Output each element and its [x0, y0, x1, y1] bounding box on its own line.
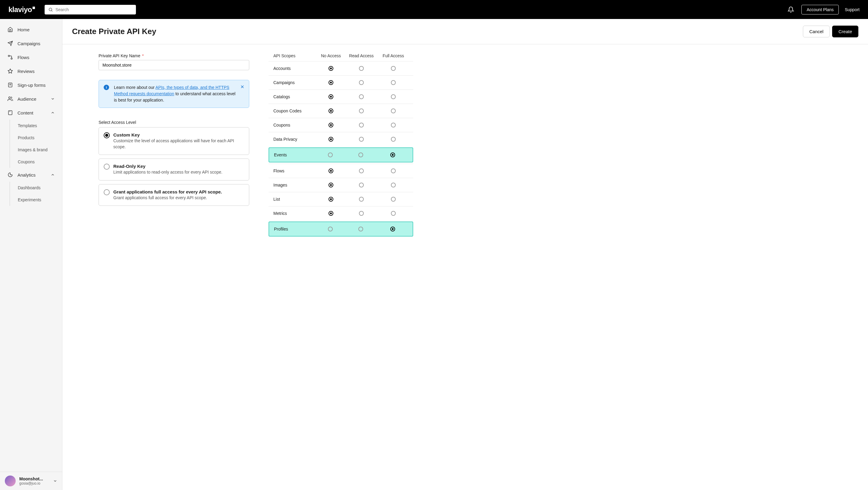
notifications-button[interactable] [786, 5, 795, 14]
scope-radio-read[interactable] [359, 109, 364, 113]
sidebar-subitem-experiments[interactable]: Experiments [10, 194, 62, 206]
scopes-column: API Scopes No Access Read Access Full Ac… [269, 53, 413, 481]
scope-radio-no[interactable] [328, 152, 333, 157]
scopes-header: API Scopes No Access Read Access Full Ac… [269, 53, 413, 61]
analytics-subgroup: Dashboards Experiments [10, 182, 62, 206]
scope-radio-full[interactable] [391, 66, 396, 71]
search-input[interactable] [56, 7, 132, 12]
col-no-access: No Access [317, 53, 344, 58]
sidebar-account[interactable]: Moonshot... gosia@juo.io [0, 471, 62, 490]
scope-radio-full[interactable] [391, 137, 396, 142]
scope-radio-read[interactable] [359, 80, 364, 85]
info-box: i Learn more about our APIs, the types o… [98, 80, 249, 108]
api-key-name-label: Private API Key Name * [98, 53, 249, 58]
support-link[interactable]: Support [845, 7, 860, 12]
page-header: Create Private API Key Cancel Create [62, 19, 868, 44]
sidebar-item-label: Flows [18, 55, 29, 60]
scope-radio-full[interactable] [391, 197, 396, 202]
sidebar-item-analytics[interactable]: Analytics [0, 168, 62, 182]
scope-radio-no[interactable] [329, 109, 333, 113]
scope-radio-no[interactable] [329, 94, 333, 99]
scope-radio-no[interactable] [329, 80, 333, 85]
scope-radio-read[interactable] [359, 123, 364, 127]
access-option-readonly[interactable]: Read-Only Key Limit applications to read… [98, 158, 249, 181]
sidebar-subitem-images-brand[interactable]: Images & brand [10, 144, 62, 156]
sidebar-item-campaigns[interactable]: Campaigns [0, 36, 62, 50]
sidebar-item-forms[interactable]: Sign-up forms [0, 78, 62, 92]
sidebar-item-reviews[interactable]: Reviews [0, 64, 62, 78]
sidebar-item-home[interactable]: Home [0, 23, 62, 36]
scope-radio-no[interactable] [329, 169, 333, 173]
access-option-custom[interactable]: Custom Key Customize the level of access… [98, 127, 249, 155]
sidebar-subitem-dashboards[interactable]: Dashboards [10, 182, 62, 194]
scope-radio-no[interactable] [329, 183, 333, 187]
scope-radio-no[interactable] [329, 137, 333, 142]
col-read-access: Read Access [344, 53, 378, 58]
svg-rect-11 [8, 111, 12, 115]
scope-name: Images [273, 183, 317, 187]
scope-row: Events [269, 147, 413, 162]
scope-radio-no[interactable] [329, 66, 333, 71]
svg-marker-6 [8, 69, 13, 73]
sidebar-subitem-coupons[interactable]: Coupons [10, 156, 62, 168]
scope-radio-full[interactable] [391, 169, 396, 173]
sidebar-item-content[interactable]: Content [0, 106, 62, 120]
scope-radio-read[interactable] [359, 94, 364, 99]
api-key-name-input[interactable] [98, 60, 249, 70]
sidebar-subitem-products[interactable]: Products [10, 132, 62, 144]
svg-point-4 [8, 55, 10, 57]
avatar [5, 476, 16, 486]
chevron-up-icon [51, 173, 55, 177]
radio-icon [104, 132, 110, 138]
scope-radio-no[interactable] [329, 197, 333, 202]
scope-radio-no[interactable] [328, 226, 333, 232]
scope-radio-read[interactable] [359, 183, 364, 187]
scope-radio-full[interactable] [390, 226, 395, 232]
scope-radio-read[interactable] [359, 137, 364, 142]
scope-radio-read[interactable] [359, 197, 364, 202]
sidebar-item-label: Campaigns [18, 41, 40, 46]
create-button[interactable]: Create [832, 26, 858, 37]
scope-radio-read[interactable] [358, 152, 363, 157]
scope-radio-read[interactable] [359, 169, 364, 173]
people-icon [7, 96, 13, 102]
col-scope: API Scopes [273, 53, 317, 58]
content-icon [7, 110, 13, 116]
scope-radio-full[interactable] [391, 123, 396, 127]
sidebar-subitem-templates[interactable]: Templates [10, 120, 62, 132]
scope-radio-no[interactable] [329, 211, 333, 216]
scope-radio-full[interactable] [391, 80, 396, 85]
logo[interactable]: klaviyo [8, 5, 35, 14]
scope-radio-read[interactable] [359, 211, 364, 216]
info-close-button[interactable] [239, 83, 246, 90]
scope-radio-full[interactable] [391, 183, 396, 187]
scope-row: Campaigns [269, 75, 413, 90]
search-box[interactable] [44, 5, 136, 14]
chevron-down-icon [53, 479, 57, 483]
search-icon [48, 7, 53, 12]
scope-radio-full[interactable] [390, 152, 395, 157]
required-star-icon: * [142, 53, 144, 58]
info-prefix: Learn more about our [114, 85, 156, 90]
scope-radio-read[interactable] [358, 226, 363, 232]
sidebar-item-audience[interactable]: Audience [0, 92, 62, 106]
scope-radio-full[interactable] [391, 211, 396, 216]
sidebar-item-flows[interactable]: Flows [0, 50, 62, 64]
cancel-button[interactable]: Cancel [803, 26, 830, 37]
scope-name: Data Privacy [273, 137, 317, 142]
scope-row: Flows [269, 164, 413, 178]
svg-point-10 [9, 97, 10, 98]
scope-radio-read[interactable] [359, 66, 364, 71]
scope-name: Coupon Codes [273, 109, 317, 113]
account-text: Moonshot... gosia@juo.io [19, 477, 53, 486]
access-option-full[interactable]: Grant applications full access for every… [98, 184, 249, 206]
scope-row: Metrics [269, 206, 413, 220]
scope-radio-full[interactable] [391, 109, 396, 113]
scope-radio-full[interactable] [391, 94, 396, 99]
sidebar-item-label: Home [18, 27, 30, 32]
scope-radio-no[interactable] [329, 123, 333, 127]
account-plans-button[interactable]: Account Plans [801, 5, 839, 14]
send-icon [7, 40, 13, 47]
option-title: Read-Only Key [113, 164, 222, 169]
radio-icon [104, 189, 110, 195]
